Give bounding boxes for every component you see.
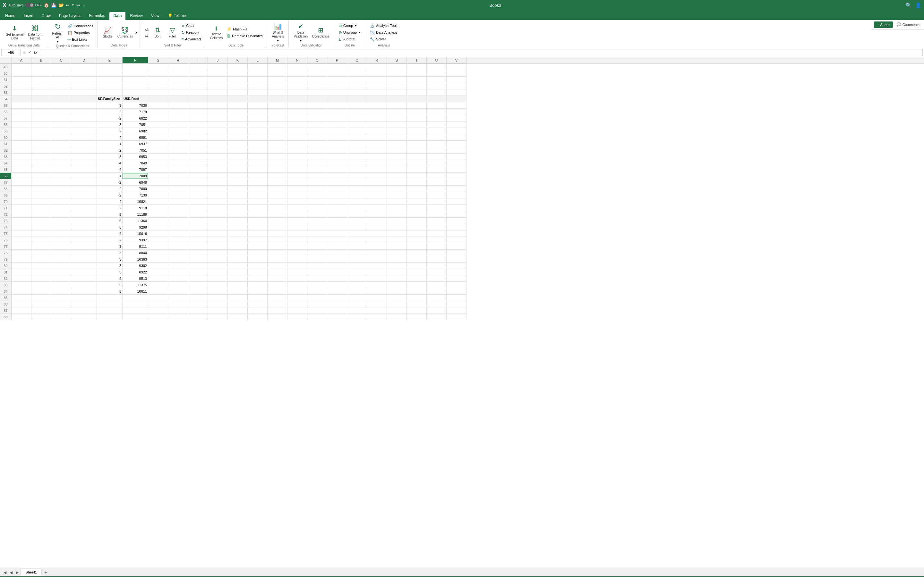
list-item[interactable] [71, 288, 97, 295]
list-item[interactable] [11, 288, 31, 295]
list-item[interactable] [407, 198, 427, 205]
list-item[interactable] [97, 314, 123, 320]
list-item[interactable] [387, 243, 407, 250]
list-item[interactable] [427, 147, 447, 153]
list-item[interactable] [228, 89, 248, 96]
list-item[interactable] [367, 288, 387, 295]
list-item[interactable] [51, 83, 71, 89]
list-item[interactable] [407, 147, 427, 153]
list-item[interactable] [248, 173, 268, 179]
col-header-f[interactable]: F [123, 57, 148, 63]
list-item[interactable] [427, 96, 447, 102]
list-item[interactable] [347, 288, 367, 295]
list-item[interactable] [208, 115, 228, 121]
list-item[interactable] [11, 301, 31, 308]
list-item[interactable] [307, 218, 327, 224]
list-item[interactable]: 1 [97, 141, 123, 147]
list-item[interactable] [447, 224, 467, 230]
list-item[interactable] [148, 128, 168, 134]
list-item[interactable] [148, 295, 168, 301]
list-item[interactable] [188, 102, 208, 109]
col-header-u[interactable]: U [427, 57, 447, 63]
list-item[interactable] [327, 160, 347, 166]
list-item[interactable] [31, 109, 51, 115]
list-item[interactable] [208, 250, 228, 256]
list-item[interactable] [208, 121, 228, 128]
list-item[interactable] [71, 250, 97, 256]
list-item[interactable] [228, 134, 248, 141]
list-item[interactable] [208, 179, 228, 185]
list-item[interactable] [11, 173, 31, 179]
list-item[interactable] [327, 115, 347, 121]
list-item[interactable] [288, 243, 307, 250]
list-item[interactable]: 9302 [123, 263, 148, 269]
list-item[interactable] [387, 153, 407, 160]
list-item[interactable] [148, 256, 168, 263]
list-item[interactable]: 10821 [123, 198, 148, 205]
list-item[interactable] [427, 282, 447, 288]
list-item[interactable] [427, 288, 447, 295]
list-item[interactable] [268, 230, 288, 237]
list-item[interactable]: 2 [97, 276, 123, 282]
list-item[interactable] [31, 282, 51, 288]
list-item[interactable] [327, 205, 347, 211]
list-item[interactable] [188, 166, 208, 173]
list-item[interactable] [268, 102, 288, 109]
list-item[interactable] [427, 141, 447, 147]
list-item[interactable] [188, 276, 208, 282]
list-item[interactable] [51, 256, 71, 263]
list-item[interactable]: 7130 [123, 192, 148, 198]
list-item[interactable] [307, 295, 327, 301]
list-item[interactable] [11, 128, 31, 134]
list-item[interactable] [71, 218, 97, 224]
list-item[interactable]: 6982 [123, 128, 148, 134]
list-item[interactable] [148, 308, 168, 314]
list-item[interactable] [268, 64, 288, 70]
autosave-toggle[interactable] [25, 3, 34, 7]
list-item[interactable] [268, 205, 288, 211]
list-item[interactable] [367, 276, 387, 282]
list-item[interactable] [288, 224, 307, 230]
list-item[interactable]: 7179 [123, 109, 148, 115]
list-item[interactable] [447, 218, 467, 224]
list-item[interactable] [387, 295, 407, 301]
list-item[interactable] [208, 288, 228, 295]
list-item[interactable] [447, 192, 467, 198]
list-item[interactable] [407, 243, 427, 250]
data-analysis-button[interactable]: 📉 Data Analysis [368, 29, 400, 35]
list-item[interactable] [148, 205, 168, 211]
list-item[interactable] [188, 288, 208, 295]
list-item[interactable] [208, 83, 228, 89]
list-item[interactable] [288, 70, 307, 77]
list-item[interactable] [248, 230, 268, 237]
row-number[interactable]: 78 [0, 250, 11, 256]
list-item[interactable] [248, 121, 268, 128]
list-item[interactable] [288, 64, 307, 70]
list-item[interactable]: 3 [97, 288, 123, 295]
row-number[interactable]: 74 [0, 224, 11, 230]
data-from-picture-button[interactable]: 🖼 Data fromPicture [26, 24, 44, 41]
list-item[interactable] [148, 192, 168, 198]
list-item[interactable] [71, 64, 97, 70]
row-number[interactable]: 50 [0, 70, 11, 77]
list-item[interactable] [208, 77, 228, 83]
list-item[interactable] [427, 250, 447, 256]
col-header-g[interactable]: G [148, 57, 168, 63]
list-item[interactable] [31, 179, 51, 185]
list-item[interactable] [268, 288, 288, 295]
list-item[interactable] [168, 70, 188, 77]
list-item[interactable]: 8844 [123, 250, 148, 256]
list-item[interactable] [188, 77, 208, 83]
list-item[interactable] [188, 160, 208, 166]
list-item[interactable] [51, 134, 71, 141]
list-item[interactable] [168, 128, 188, 134]
list-item[interactable] [228, 115, 248, 121]
list-item[interactable] [447, 276, 467, 282]
list-item[interactable] [51, 263, 71, 269]
list-item[interactable] [447, 115, 467, 121]
list-item[interactable] [11, 224, 31, 230]
list-item[interactable] [307, 102, 327, 109]
list-item[interactable] [367, 121, 387, 128]
list-item[interactable] [31, 230, 51, 237]
list-item[interactable] [407, 230, 427, 237]
